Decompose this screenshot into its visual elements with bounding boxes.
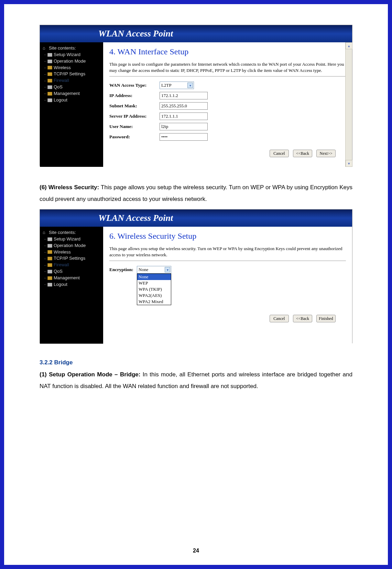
divider (109, 260, 346, 261)
scroll-up-icon[interactable]: ▴ (346, 42, 352, 49)
folder-icon (47, 244, 52, 248)
mask-input[interactable] (160, 102, 208, 110)
sidebar-item-label: QoS (54, 84, 63, 90)
folder-icon (47, 250, 52, 254)
sidebar-root[interactable]: Site contents: (43, 229, 101, 236)
ip-input[interactable] (160, 92, 208, 99)
sidebar-item-management[interactable]: Management (43, 275, 101, 281)
banner: WLAN Access Point (40, 210, 352, 227)
encryption-select[interactable]: None ▾ (137, 266, 171, 273)
encryption-label: Encryption: (109, 267, 137, 272)
encryption-value: None (139, 267, 148, 272)
pass-label: Password: (109, 134, 160, 140)
sidebar-item-label: TCP/IP Settings (54, 255, 85, 262)
folder-icon (47, 276, 52, 280)
finished-button[interactable]: Finished (316, 315, 336, 322)
folder-icon (47, 60, 52, 63)
user-input[interactable] (160, 123, 208, 130)
sidebar-item-qos[interactable]: QoS (43, 268, 101, 275)
scroll-down-icon[interactable]: ▾ (346, 160, 352, 167)
sidebar: Site contents: Setup Wizard Operation Mo… (40, 42, 103, 167)
wan-type-select[interactable]: L2TP ▾ (160, 82, 194, 89)
sidebar-item-label: Management (54, 90, 80, 97)
ip-label: IP Address: (109, 93, 160, 98)
sidebar-item-label: Firewall (54, 77, 69, 84)
sidebar-item-label: Operation Mode (54, 58, 86, 65)
sidebar-item-label: Logout (54, 97, 67, 104)
sidebar-item-wireless[interactable]: Wireless (43, 65, 101, 71)
main-panel: 6. Wireless Security Setup This page all… (103, 227, 352, 344)
bridge-lead: (1) Setup Operation Mode – Bridge: (40, 371, 143, 378)
page-title: 4. WAN Interface Setup (109, 47, 346, 56)
scrollbar[interactable]: ▴ ▾ (345, 42, 352, 167)
folder-icon (47, 263, 52, 267)
page-title: 6. Wireless Security Setup (109, 232, 346, 241)
banner-title: WLAN Access Point (98, 29, 173, 39)
option-wep[interactable]: WEP (137, 280, 171, 286)
tree-icon (43, 230, 47, 235)
sidebar-root[interactable]: Site contents: (43, 45, 101, 52)
cancel-button[interactable]: Cancel (270, 150, 289, 157)
folder-icon (47, 85, 52, 89)
tree-icon (43, 46, 47, 50)
main-panel: 4. WAN Interface Setup This page is used… (103, 42, 352, 167)
page-description: This page is used to configure the param… (109, 61, 346, 73)
sidebar-item-tcpip[interactable]: TCP/IP Settings (43, 71, 101, 77)
folder-icon (47, 270, 52, 273)
sidebar-item-label: Management (54, 275, 80, 281)
option-wpa2-mixed[interactable]: WPA2 Mixed (137, 299, 171, 305)
encryption-dropdown[interactable]: None WEP WPA (TKIP) WPA2(AES) WPA2 Mixed (137, 273, 171, 305)
chevron-down-icon: ▾ (187, 83, 193, 88)
content-column: WLAN Access Point Site contents: Setup W… (40, 25, 352, 392)
sidebar-item-label: Wireless (54, 249, 71, 256)
wan-interface-screenshot: WLAN Access Point Site contents: Setup W… (40, 25, 352, 166)
folder-icon (47, 92, 52, 96)
sidebar-item-label: Operation Mode (54, 243, 86, 249)
para6-lead: (6) Wireless Security: (40, 184, 101, 191)
pass-input[interactable] (160, 133, 208, 141)
wan-type-value: L2TP (161, 83, 172, 88)
sidebar-item-label: Setup Wizard (54, 236, 80, 243)
mask-label: Subnet Mask: (109, 103, 160, 109)
paragraph-6: (6) Wireless Security: This page allows … (40, 182, 352, 205)
sidebar-item-setup-wizard[interactable]: Setup Wizard (43, 236, 101, 243)
folder-icon (47, 53, 52, 57)
folder-icon (47, 72, 52, 76)
page-description: This page allows you setup the wireless … (109, 246, 346, 258)
sidebar-item-management[interactable]: Management (43, 90, 101, 97)
sidebar-item-logout[interactable]: Logout (43, 97, 101, 104)
sidebar-item-firewall[interactable]: Firewall (43, 262, 101, 268)
server-ip-input[interactable] (160, 112, 208, 120)
option-wpa2-aes[interactable]: WPA2(AES) (137, 292, 171, 299)
wan-type-label: WAN Access Type: (109, 83, 160, 88)
sidebar-item-firewall[interactable]: Firewall (43, 77, 101, 84)
wireless-security-screenshot: WLAN Access Point Site contents: Setup W… (40, 209, 352, 343)
back-button[interactable]: <<Back (293, 315, 312, 322)
sidebar: Site contents: Setup Wizard Operation Mo… (40, 227, 103, 344)
banner: WLAN Access Point (40, 25, 352, 42)
folder-icon (47, 79, 52, 83)
sidebar-item-operation-mode[interactable]: Operation Mode (43, 243, 101, 249)
back-button[interactable]: <<Back (293, 150, 312, 157)
banner-title: WLAN Access Point (98, 213, 173, 223)
folder-icon (47, 257, 52, 260)
sidebar-item-tcpip[interactable]: TCP/IP Settings (43, 255, 101, 262)
sidebar-item-setup-wizard[interactable]: Setup Wizard (43, 52, 101, 58)
cancel-button[interactable]: Cancel (270, 315, 289, 322)
sidebar-item-label: Firewall (54, 262, 69, 268)
sidebar-item-logout[interactable]: Logout (43, 281, 101, 288)
folder-icon (47, 283, 52, 287)
sidebar-item-label: Logout (54, 281, 67, 288)
chevron-down-icon: ▾ (165, 267, 170, 272)
folder-icon (47, 237, 52, 241)
page-number: 24 (4, 548, 388, 554)
option-wpa-tkip[interactable]: WPA (TKIP) (137, 286, 171, 292)
sidebar-item-qos[interactable]: QoS (43, 84, 101, 90)
sidebar-item-label: Setup Wizard (54, 52, 80, 58)
option-none[interactable]: None (137, 274, 171, 280)
next-button[interactable]: Next>> (316, 150, 336, 157)
sidebar-item-wireless[interactable]: Wireless (43, 249, 101, 256)
section-heading-bridge: 3.2.2 Bridge (40, 359, 352, 366)
paragraph-bridge: (1) Setup Operation Mode – Bridge: In th… (40, 369, 352, 392)
sidebar-item-operation-mode[interactable]: Operation Mode (43, 58, 101, 65)
